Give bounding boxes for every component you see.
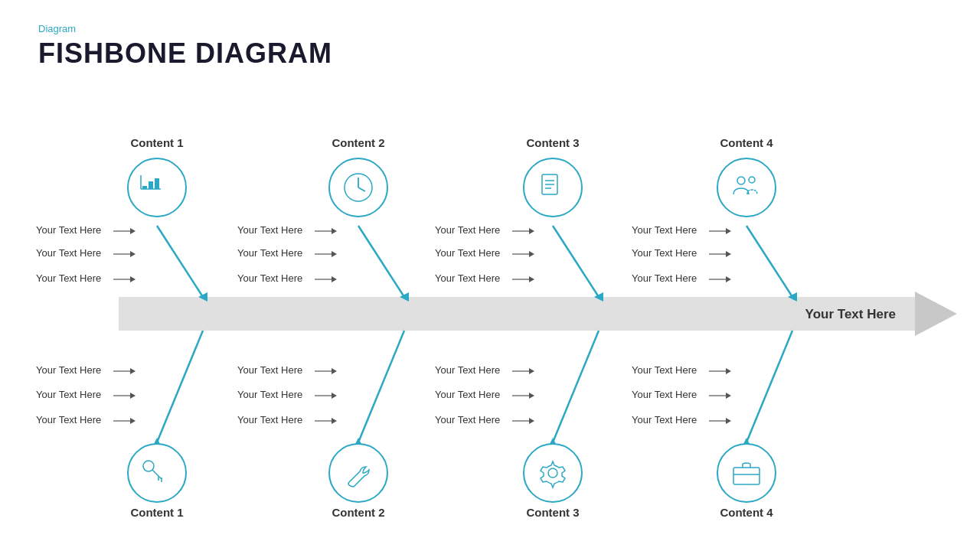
bottom-arrow-4 [742, 438, 751, 447]
bottom-arrow-2 [354, 438, 363, 447]
spine-arrow [915, 292, 957, 336]
bottom-text-3-1: Your Text Here [435, 364, 500, 376]
bottom-arr-h-1-1 [130, 368, 136, 374]
top-arr-h-2-2 [332, 251, 337, 257]
top-text-4-1: Your Text Here [632, 224, 697, 236]
bottom-arr-h-3-1 [529, 368, 534, 374]
bottom-arr-h-2-1 [332, 368, 337, 374]
svg-point-15 [548, 468, 557, 478]
top-line-3 [553, 226, 599, 297]
bottom-line-4 [746, 331, 792, 442]
top-arr-h-1-2 [130, 251, 136, 257]
svg-rect-0 [142, 186, 147, 189]
top-text-4-3: Your Text Here [632, 272, 697, 284]
bottom-arr-h-3-3 [529, 418, 534, 424]
bottom-arrow-1 [152, 438, 162, 447]
svg-point-10 [749, 177, 755, 183]
spine-shape [119, 297, 946, 331]
top-line-1 [157, 226, 203, 297]
top-label-1: Content 1 [130, 136, 183, 149]
top-arr-h-3-1 [529, 228, 534, 234]
page: { "header": { "category": "Diagram", "ti… [0, 0, 980, 551]
spine-label: Your Text Here [805, 307, 896, 321]
top-icon-2 [345, 174, 372, 201]
top-arrow-3 [594, 292, 603, 302]
svg-rect-16 [733, 468, 760, 484]
top-text-2-2: Your Text Here [237, 247, 302, 259]
top-arr-h-3-3 [529, 276, 534, 282]
svg-line-12 [152, 470, 162, 479]
bottom-arr-h-3-2 [529, 393, 534, 399]
bottom-text-3-2: Your Text Here [435, 389, 500, 400]
top-icon-2-hand2 [358, 187, 365, 191]
bottom-text-2-1: Your Text Here [237, 364, 302, 376]
top-icon-circle-2 [329, 158, 387, 217]
top-label-4: Content 4 [720, 136, 773, 149]
diagram-svg: Your Text Here [0, 0, 980, 551]
bottom-icon-circle-1 [128, 444, 186, 502]
top-arrow-2 [400, 292, 409, 302]
top-arr-h-3-2 [529, 251, 534, 257]
bottom-text-1-2: Your Text Here [36, 389, 101, 400]
bottom-icon-circle-4 [717, 444, 776, 502]
top-text-1-2: Your Text Here [36, 247, 101, 259]
top-label-3: Content 3 [526, 136, 579, 149]
top-label-2: Content 2 [332, 136, 384, 149]
bottom-icon-2 [348, 467, 369, 487]
top-text-2-1: Your Text Here [237, 224, 302, 236]
bottom-line-1 [157, 331, 203, 442]
bottom-line-2 [358, 331, 404, 442]
top-icon-circle-4 [717, 158, 776, 217]
svg-rect-5 [542, 174, 557, 194]
top-text-3-2: Your Text Here [435, 247, 500, 259]
top-arr-h-4-3 [726, 276, 731, 282]
header-title: FISHBONE DIAGRAM [38, 37, 332, 70]
bottom-text-2-3: Your Text Here [237, 414, 302, 425]
bottom-text-3-3: Your Text Here [435, 414, 500, 425]
bottom-text-4-3: Your Text Here [632, 414, 697, 425]
top-text-3-3: Your Text Here [435, 272, 500, 284]
top-arr-h-1-1 [130, 228, 136, 234]
bottom-label-1: Content 1 [130, 506, 183, 519]
bottom-text-4-1: Your Text Here [632, 364, 697, 376]
top-text-1-1: Your Text Here [36, 224, 101, 236]
bottom-icon-circle-2 [329, 444, 387, 502]
bottom-arr-h-4-2 [726, 393, 731, 399]
top-text-1-3: Your Text Here [36, 272, 101, 284]
top-arr-h-2-3 [332, 276, 337, 282]
bottom-arr-h-1-2 [130, 393, 136, 399]
bottom-text-1-1: Your Text Here [36, 364, 101, 376]
bottom-arr-h-2-2 [332, 393, 337, 399]
bottom-label-2: Content 2 [332, 506, 384, 519]
top-arr-h-4-1 [726, 228, 731, 234]
top-line-4 [746, 226, 792, 297]
top-icon-1 [141, 175, 161, 189]
top-text-3-1: Your Text Here [435, 224, 500, 236]
top-arrow-1 [198, 292, 207, 302]
bottom-label-4: Content 4 [720, 506, 773, 519]
top-icon-3 [542, 174, 557, 194]
top-text-4-2: Your Text Here [632, 247, 697, 259]
top-arrow-4 [788, 292, 797, 302]
svg-point-9 [737, 177, 745, 184]
svg-rect-1 [149, 181, 153, 189]
bottom-icon-3 [541, 461, 565, 487]
top-icon-circle-3 [524, 158, 582, 217]
header-category: Diagram [38, 23, 332, 34]
top-arr-h-4-2 [726, 251, 731, 257]
bottom-text-2-2: Your Text Here [237, 389, 302, 400]
bottom-arr-h-4-1 [726, 368, 731, 374]
top-arr-h-1-3 [130, 276, 136, 282]
bottom-arr-h-2-3 [332, 418, 337, 424]
bottom-arrow-3 [548, 438, 557, 447]
top-icon-circle-1 [128, 158, 186, 217]
bottom-text-1-3: Your Text Here [36, 414, 101, 425]
top-line-2 [358, 226, 404, 297]
top-arr-h-2-1 [332, 228, 337, 234]
top-icon-4 [733, 177, 757, 194]
svg-point-11 [143, 461, 154, 471]
bottom-icon-4 [733, 463, 760, 484]
top-text-2-3: Your Text Here [237, 272, 302, 284]
header: Diagram FISHBONE DIAGRAM [38, 23, 332, 70]
bottom-text-4-2: Your Text Here [632, 389, 697, 400]
